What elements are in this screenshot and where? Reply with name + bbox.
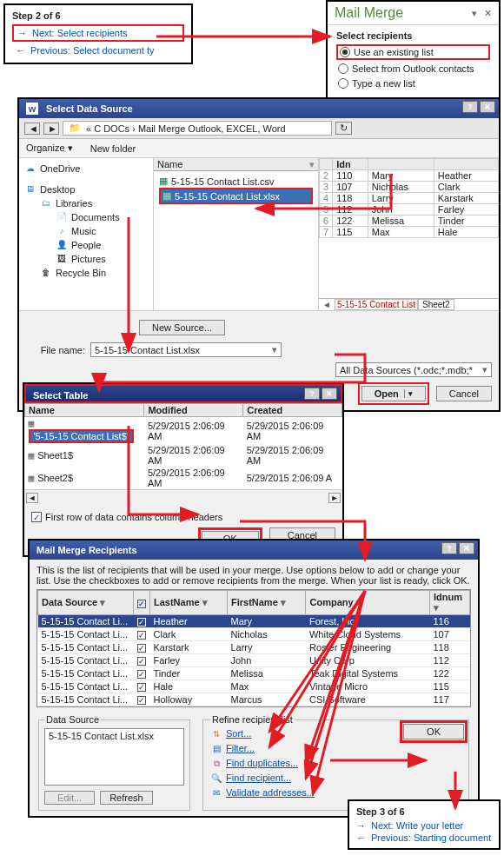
recipients-grid[interactable]: Data Source ▾ ✓ LastName ▾ FirstName ▾ C… [36, 589, 471, 707]
file-row-xlsx[interactable]: ▦ 5-15-15 Contact List.xlsx [159, 188, 313, 204]
col-name[interactable]: Name [25, 404, 144, 417]
tree-pictures[interactable]: Pictures [71, 254, 106, 264]
step2-next-link[interactable]: Next: Select recipients [32, 28, 127, 38]
step2-panel: Step 2 of 6 → Next: Select recipients ← … [3, 3, 193, 64]
step2-prev-row[interactable]: ← Previous: Select document ty [12, 43, 184, 57]
edit-button: Edit... [44, 791, 95, 805]
table-row[interactable]: 5-15-15 Contact Li...✓KarstarkLarryRoste… [38, 641, 470, 654]
help-icon[interactable]: ? [441, 542, 457, 554]
col-idnum[interactable]: Idnum ▾ [430, 591, 470, 615]
word-app-icon: w [26, 103, 38, 115]
filename-input[interactable]: 5-15-15 Contact List.xlsx ▾ [90, 342, 282, 357]
table-row: 6122MelissaTinder [320, 216, 499, 227]
sort-link[interactable]: Sort... [226, 728, 251, 739]
step3-prev-row[interactable]: ← Previous: Starting document [356, 832, 492, 843]
open-button[interactable]: Open▾ [361, 386, 426, 401]
opt-newlist-row[interactable]: Type a new list [336, 77, 490, 90]
dropdown-icon[interactable]: ▾ [482, 364, 487, 375]
find-recipient-link[interactable]: Find recipient... [226, 772, 291, 783]
selds-titlebar: w Select Data Source ?✕ [19, 99, 499, 118]
step2-prev-link[interactable]: Previous: Select document ty [30, 45, 154, 56]
table-row[interactable]: 5-15-15 Contact Li...✓HeatherMaryForest,… [38, 615, 470, 628]
radio-checked-icon[interactable] [340, 47, 350, 57]
col-created[interactable]: Created [243, 404, 342, 417]
col-checkbox[interactable]: ✓ [134, 591, 150, 615]
close-icon[interactable]: ✕ [459, 542, 474, 554]
close-icon[interactable]: ✕ [322, 388, 337, 400]
tree-music[interactable]: Music [71, 226, 96, 236]
seltbl-titlebar: Select Table ?✕ [24, 384, 342, 403]
table-row[interactable]: ▦Sheet2$5/29/2015 2:06:09 AM5/29/2015 2:… [25, 467, 342, 489]
table-row: 5112JohnFarley [320, 204, 499, 216]
step3-next-row[interactable]: → Next: Write your letter [356, 820, 492, 831]
validate-link[interactable]: Validate addresses... [226, 787, 315, 798]
validate-icon: ✉ [210, 787, 222, 799]
table-row[interactable]: ▦Sheet1$5/29/2015 2:06:09 AM5/29/2015 2:… [25, 444, 342, 467]
col-modified[interactable]: Modified [144, 404, 243, 417]
open-button-wrap: Open▾ [358, 382, 429, 405]
tree-libraries[interactable]: Libraries [56, 198, 92, 209]
folder-tree[interactable]: ☁OneDrive 🖥Desktop 🗂Libraries 📄Documents… [19, 158, 154, 310]
recip-ok-button[interactable]: OK [403, 724, 464, 739]
step3-prev-link[interactable]: Previous: Starting document [371, 832, 491, 843]
table-row[interactable]: 5-15-15 Contact Li...✓FarleyJohnUnity Co… [38, 654, 470, 667]
taskpane-dropdown-icon[interactable]: ▾ [472, 8, 477, 19]
col-firstname[interactable]: FirstName ▾ [227, 591, 306, 615]
col-lastname[interactable]: LastName ▾ [150, 591, 228, 615]
tree-onedrive[interactable]: OneDrive [40, 163, 80, 174]
tree-desktop[interactable]: Desktop [40, 184, 75, 195]
new-source-button[interactable]: New Source... [139, 320, 225, 335]
close-icon[interactable]: ✕ [480, 101, 495, 113]
radio-unchecked-icon[interactable] [338, 63, 348, 74]
first-row-checkbox-row[interactable]: ✓ First row of data contains column head… [31, 512, 335, 522]
recip-title: Mail Merge Recipients [36, 545, 137, 555]
col-company[interactable]: Company ▾ [306, 591, 430, 615]
help-icon[interactable]: ? [304, 388, 320, 400]
sheet-tab[interactable]: Sheet2 [418, 299, 454, 310]
checkbox-checked-icon[interactable]: ✓ [31, 512, 42, 522]
table-row[interactable]: ▦'5-15-15 Contact List$'5/29/2015 2:06:0… [25, 417, 342, 445]
seltbl-title: Select Table [33, 390, 88, 401]
refresh-icon[interactable]: ↻ [335, 122, 352, 135]
datasource-list[interactable]: 5-15-15 Contact List.xlsx [44, 728, 184, 786]
tree-documents[interactable]: Documents [71, 212, 120, 222]
radio-unchecked-icon[interactable] [338, 78, 348, 89]
table-row[interactable]: 5-15-15 Contact Li...✓HaleMaxVintage Mic… [38, 680, 470, 693]
step2-next-row[interactable]: → Next: Select recipients [12, 24, 184, 42]
tree-recycle[interactable]: Recycle Bin [56, 268, 106, 278]
filter-link[interactable]: Filter... [226, 743, 255, 753]
step3-next-link[interactable]: Next: Write your letter [371, 820, 463, 831]
nav-fwd-icon[interactable]: ► [43, 123, 59, 135]
filetype-filter[interactable]: All Data Sources (*.odc;*.mdb;* ▾ [335, 362, 492, 377]
table-row[interactable]: 5-15-15 Contact Li...✓ClarkNicholasWhite… [38, 628, 470, 641]
file-row-csv[interactable]: ▦ 5-15-15 Contact List.csv [159, 175, 313, 188]
refine-label: Refine recipient list [210, 714, 295, 725]
taskpane-close-icon[interactable]: ✕ [484, 8, 492, 19]
select-table-grid[interactable]: Name Modified Created ▦'5-15-15 Contact … [24, 403, 342, 489]
file-csv-name: 5-15-15 Contact List.csv [171, 176, 275, 187]
col-ds[interactable]: Data Source ▾ [38, 591, 134, 615]
dropdown-icon[interactable]: ▾ [404, 389, 413, 398]
sheet-tab-active[interactable]: 5-15-15 Contact List [335, 299, 418, 310]
dropdown-icon[interactable]: ▾ [272, 344, 277, 355]
horiz-scrollbar[interactable]: ◄ ► [24, 489, 342, 505]
table-row[interactable]: 5-15-15 Contact Li...✓HollowayMarcusCSI … [38, 693, 470, 706]
new-folder-button[interactable]: New folder [90, 143, 136, 154]
help-icon[interactable]: ? [462, 101, 478, 113]
filetype-value: All Data Sources (*.odc;*.mdb;* [340, 365, 482, 375]
tree-people[interactable]: People [71, 240, 101, 250]
nav-back-icon[interactable]: ◄ [24, 123, 40, 135]
breadcrumb[interactable]: 📁 « C DOCs › Mail Merge Outlook, EXCEL, … [63, 121, 332, 136]
refresh-button[interactable]: Refresh [100, 791, 153, 805]
organize-menu[interactable]: Organize ▾ [26, 143, 73, 154]
opt-outlook-row[interactable]: Select from Outlook contacts [336, 63, 490, 75]
opt-existing-row[interactable]: Use an existing list [336, 44, 490, 60]
music-icon: ♪ [56, 225, 68, 237]
library-icon: 🗂 [40, 197, 52, 209]
table-row[interactable]: 5-15-15 Contact Li...✓TinderMelissaTeak … [38, 667, 470, 680]
filelist-name-header[interactable]: Name ▾ [154, 158, 318, 171]
file-list-pane[interactable]: Name ▾ ▦ 5-15-15 Contact List.csv ▦ 5-15… [154, 158, 319, 310]
documents-icon: 📄 [56, 211, 68, 223]
cancel-button[interactable]: Cancel [436, 386, 492, 401]
find-duplicates-link[interactable]: Find duplicates... [226, 758, 298, 768]
